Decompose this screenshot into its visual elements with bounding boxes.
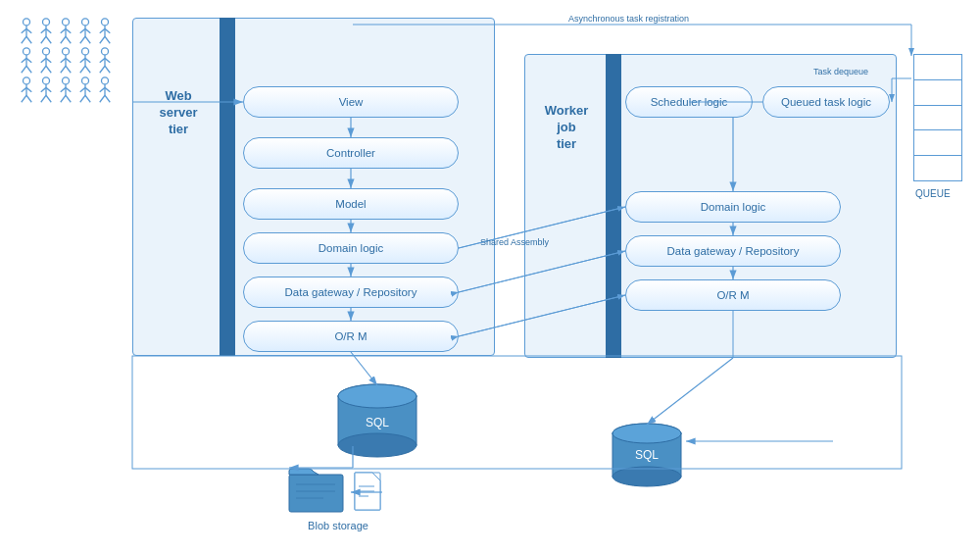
sql1-cylinder: SQL xyxy=(333,382,421,466)
view-label: View xyxy=(339,96,364,108)
svg-point-6 xyxy=(43,19,50,25)
svg-line-86 xyxy=(100,87,105,91)
svg-line-57 xyxy=(105,58,110,62)
svg-line-69 xyxy=(46,87,51,91)
svg-point-66 xyxy=(43,77,50,84)
svg-line-64 xyxy=(22,95,26,102)
stick-figure xyxy=(18,18,35,45)
blob-folder-icon xyxy=(284,461,348,515)
data-gateway-worker-label: Data gateway / Repository xyxy=(667,245,800,257)
stick-figure xyxy=(96,18,114,45)
svg-line-81 xyxy=(85,87,90,91)
scheduler-logic-label: Scheduler logic xyxy=(651,96,728,108)
svg-rect-100 xyxy=(289,475,343,512)
svg-line-137 xyxy=(647,358,733,425)
svg-line-16 xyxy=(61,36,66,43)
svg-line-65 xyxy=(26,95,31,102)
model-label: Model xyxy=(335,198,366,210)
view-box: View xyxy=(243,86,459,118)
svg-line-28 xyxy=(100,36,105,43)
queued-task-logic-box: Queued task logic xyxy=(762,86,890,118)
svg-line-27 xyxy=(105,28,110,32)
svg-point-48 xyxy=(82,48,89,55)
web-tier-label: Web server tier xyxy=(149,88,208,138)
worker-tier-label: Worker job tier xyxy=(537,103,596,153)
data-gateway-worker-box: Data gateway / Repository xyxy=(625,235,841,267)
queue-row-3 xyxy=(914,106,961,131)
svg-line-52 xyxy=(80,66,85,73)
figures-row-1 xyxy=(18,18,125,45)
svg-line-40 xyxy=(41,66,46,73)
svg-point-12 xyxy=(63,19,70,25)
orm-web-label: O/R M xyxy=(334,330,367,342)
figures-row-3 xyxy=(18,76,125,104)
svg-line-26 xyxy=(100,28,105,32)
domain-logic-worker-label: Domain logic xyxy=(701,201,765,213)
queue-box xyxy=(913,54,962,181)
svg-point-24 xyxy=(102,19,109,25)
stick-figure xyxy=(37,76,55,104)
svg-line-11 xyxy=(46,36,51,43)
svg-line-17 xyxy=(66,36,71,43)
data-gateway-web-label: Data gateway / Repository xyxy=(285,286,417,298)
queue-row-5 xyxy=(914,156,961,180)
queue-row-2 xyxy=(914,80,961,106)
svg-line-22 xyxy=(80,36,85,43)
svg-line-70 xyxy=(41,95,46,102)
svg-point-97 xyxy=(612,467,681,486)
svg-line-51 xyxy=(85,58,90,62)
svg-point-0 xyxy=(24,19,30,25)
svg-line-87 xyxy=(105,87,110,91)
worker-tier-bar xyxy=(606,54,621,358)
svg-point-30 xyxy=(24,48,30,55)
figures-row-2 xyxy=(18,47,125,75)
stick-figure xyxy=(96,47,114,75)
svg-line-23 xyxy=(85,36,90,43)
svg-text:SQL: SQL xyxy=(366,416,389,429)
svg-line-68 xyxy=(41,87,46,91)
svg-line-82 xyxy=(80,95,85,102)
svg-line-76 xyxy=(61,95,66,102)
web-tier-bar xyxy=(220,18,235,356)
stick-figure xyxy=(76,18,94,45)
svg-line-21 xyxy=(85,28,90,32)
svg-line-32 xyxy=(22,58,26,62)
stick-figure xyxy=(18,47,35,75)
svg-point-78 xyxy=(82,77,89,84)
orm-worker-box: O/R M xyxy=(625,279,841,311)
queued-task-logic-label: Queued task logic xyxy=(781,96,871,108)
stick-figure xyxy=(37,47,55,75)
svg-point-98 xyxy=(612,424,681,443)
svg-point-54 xyxy=(102,48,109,55)
svg-line-33 xyxy=(26,58,31,62)
svg-line-3 xyxy=(26,28,31,32)
svg-line-89 xyxy=(105,95,110,102)
controller-label: Controller xyxy=(326,147,375,159)
svg-line-83 xyxy=(85,95,90,102)
svg-point-72 xyxy=(63,77,70,84)
data-gateway-web-box: Data gateway / Repository xyxy=(243,277,459,308)
stick-figure xyxy=(37,18,55,45)
svg-point-18 xyxy=(82,19,89,25)
svg-line-9 xyxy=(46,28,51,32)
svg-line-63 xyxy=(26,87,31,91)
stick-figure xyxy=(57,18,74,45)
stick-figure xyxy=(57,47,74,75)
controller-box: Controller xyxy=(243,137,459,169)
svg-line-88 xyxy=(100,95,105,102)
svg-text:SQL: SQL xyxy=(635,448,659,462)
diagram-container: Web server tier Worker job tier View Con… xyxy=(0,0,980,554)
svg-line-77 xyxy=(66,95,71,102)
svg-point-60 xyxy=(24,77,30,84)
scheduler-logic-box: Scheduler logic xyxy=(625,86,753,118)
svg-line-41 xyxy=(46,66,51,73)
svg-line-58 xyxy=(100,66,105,73)
svg-line-38 xyxy=(41,58,46,62)
svg-line-71 xyxy=(46,95,51,102)
svg-point-84 xyxy=(102,77,109,84)
svg-line-29 xyxy=(105,36,110,43)
orm-worker-label: O/R M xyxy=(716,289,749,301)
svg-line-50 xyxy=(80,58,85,62)
queue-row-1 xyxy=(914,55,961,80)
queue-row-4 xyxy=(914,130,961,156)
